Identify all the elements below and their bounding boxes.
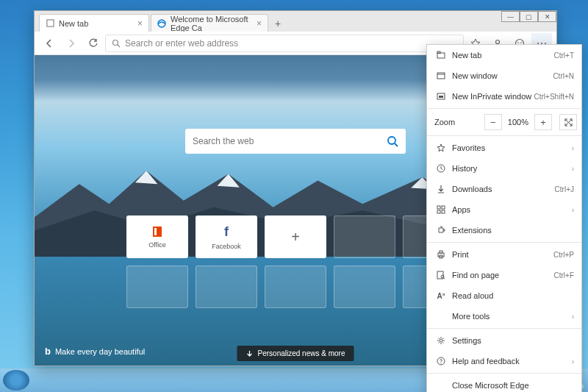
tab-label: Welcome to Microsoft Edge Ca — [171, 15, 257, 32]
svg-rect-14 — [154, 228, 157, 235]
news-label: Personalized news & more — [258, 349, 345, 357]
svg-point-34 — [440, 339, 442, 342]
address-placeholder: Search or enter web address — [125, 38, 238, 49]
menu-shortcut: Ctrl+Shift+N — [534, 93, 574, 101]
web-search-box[interactable] — [185, 129, 406, 154]
settings-menu: New tab Ctrl+T New window Ctrl+N New InP… — [426, 44, 582, 392]
close-window-button[interactable]: ✕ — [538, 11, 556, 22]
gear-icon — [434, 336, 448, 345]
zoom-value: 100% — [505, 118, 531, 126]
svg-point-11 — [388, 137, 395, 144]
fullscreen-button[interactable] — [559, 114, 577, 130]
help-icon — [434, 357, 448, 366]
svg-line-3 — [118, 45, 120, 47]
svg-rect-29 — [440, 251, 442, 253]
svg-rect-15 — [437, 53, 445, 58]
page-icon — [46, 19, 54, 28]
menu-inprivate[interactable]: New InPrivate window Ctrl+Shift+N — [427, 86, 581, 107]
close-icon[interactable]: × — [137, 18, 143, 29]
menu-settings[interactable]: Settings — [427, 330, 581, 351]
svg-rect-25 — [442, 206, 445, 209]
search-icon[interactable] — [387, 135, 398, 147]
download-icon — [246, 350, 254, 357]
close-icon[interactable]: × — [257, 18, 262, 29]
chevron-right-icon: › — [572, 206, 574, 214]
menu-zoom: Zoom − 100% + — [427, 110, 581, 134]
bing-attribution[interactable]: b Make every day beautiful — [45, 346, 145, 357]
tile-office[interactable]: Office — [126, 215, 188, 258]
new-tab-button[interactable]: + — [270, 15, 286, 32]
svg-rect-0 — [46, 20, 53, 26]
svg-rect-17 — [437, 73, 445, 79]
menu-more-tools[interactable]: More tools › — [427, 306, 581, 327]
menu-apps[interactable]: Apps › — [427, 199, 581, 220]
footer-text: Make every day beautiful — [55, 347, 145, 356]
star-icon — [434, 143, 448, 152]
empty-tile — [126, 266, 188, 308]
print-icon — [434, 250, 448, 259]
menu-downloads[interactable]: Downloads Ctrl+J — [427, 179, 581, 199]
menu-find[interactable]: Find on page Ctrl+F — [427, 265, 581, 285]
menu-label: Print — [452, 250, 553, 259]
menu-label: Help and feedback — [452, 357, 572, 366]
tile-label: Office — [148, 241, 165, 249]
chevron-right-icon: › — [572, 144, 574, 152]
menu-shortcut: Ctrl+P — [553, 251, 574, 259]
empty-tile — [265, 266, 326, 308]
empty-tile — [334, 215, 395, 258]
refresh-button[interactable] — [83, 33, 104, 54]
menu-label: Read aloud — [452, 291, 574, 300]
zoom-out-button[interactable]: − — [484, 114, 502, 130]
svg-rect-20 — [439, 96, 443, 98]
tab-label: New tab — [59, 19, 88, 28]
find-icon — [434, 271, 448, 279]
menu-label: More tools — [452, 312, 572, 321]
search-icon — [112, 39, 121, 48]
plus-icon: + — [291, 229, 300, 246]
menu-print[interactable]: Print Ctrl+P — [427, 244, 581, 265]
web-search-input[interactable] — [193, 136, 387, 146]
svg-point-2 — [113, 40, 118, 45]
svg-point-36 — [441, 363, 442, 364]
tab-icon — [434, 51, 448, 60]
tab-welcome[interactable]: Welcome to Microsoft Edge Ca × — [151, 14, 268, 32]
back-button[interactable] — [39, 33, 60, 54]
maximize-button[interactable]: ▢ — [520, 11, 538, 22]
address-bar[interactable]: Search or enter web address — [105, 35, 464, 52]
inprivate-icon — [434, 92, 448, 101]
facebook-icon: f — [224, 224, 229, 240]
menu-new-tab[interactable]: New tab Ctrl+T — [427, 45, 581, 65]
menu-help[interactable]: Help and feedback › — [427, 351, 581, 371]
history-icon — [434, 164, 448, 173]
zoom-in-button[interactable]: + — [534, 114, 552, 130]
svg-rect-13 — [153, 227, 162, 237]
svg-rect-26 — [437, 210, 440, 213]
menu-favorites[interactable]: Favorites › — [427, 138, 581, 158]
add-tile-button[interactable]: + — [265, 215, 326, 258]
menu-label: Find on page — [452, 271, 554, 279]
forward-button[interactable] — [61, 33, 82, 54]
apps-icon — [434, 205, 448, 214]
window-icon — [434, 71, 448, 80]
menu-read-aloud[interactable]: A» Read aloud — [427, 285, 581, 306]
svg-line-33 — [444, 278, 445, 279]
menu-extensions[interactable]: Extensions — [427, 220, 581, 240]
empty-tile — [334, 266, 395, 308]
menu-label: New window — [452, 71, 553, 80]
menu-history[interactable]: History › — [427, 158, 581, 179]
menu-label: Downloads — [452, 185, 555, 193]
tab-new-tab[interactable]: New tab × — [39, 14, 149, 32]
start-button[interactable] — [3, 370, 29, 391]
window-controls: — ▢ ✕ — [501, 11, 556, 22]
menu-shortcut: Ctrl+T — [554, 51, 575, 60]
svg-rect-16 — [437, 51, 440, 54]
svg-line-12 — [395, 143, 398, 146]
news-toggle[interactable]: Personalized news & more — [237, 346, 354, 361]
svg-point-4 — [496, 40, 500, 43]
menu-label: Settings — [452, 336, 574, 345]
tile-facebook[interactable]: f Facebook — [196, 215, 257, 258]
minimize-button[interactable]: — — [501, 11, 520, 22]
menu-new-window[interactable]: New window Ctrl+N — [427, 65, 581, 86]
svg-rect-24 — [437, 206, 440, 209]
tile-label: Facebook — [212, 243, 241, 250]
